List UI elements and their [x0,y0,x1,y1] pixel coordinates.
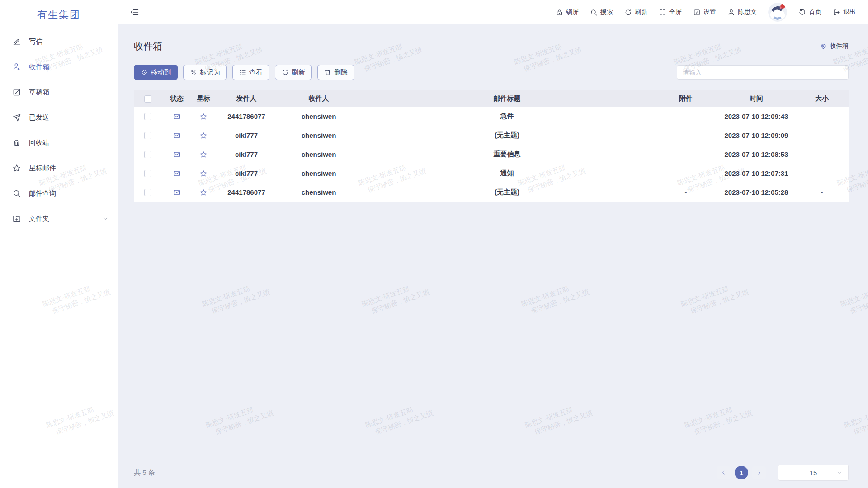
trash-icon [12,138,21,147]
trash-icon [324,69,331,76]
row-attachment: - [654,131,717,139]
star-icon[interactable] [199,113,208,121]
row-star-cell [192,131,215,140]
refresh-list-button[interactable]: 刷新 [275,65,312,80]
table-row[interactable]: 2441786077 chensiwen (无主题) - 2023-07-10 … [134,183,849,202]
location-pin-icon [820,42,827,50]
header-time: 时间 [717,94,795,103]
breadcrumb[interactable]: 收件箱 [820,42,849,50]
row-checkbox[interactable] [144,170,151,177]
table-row[interactable]: cikl777 chensiwen 通知 - 2023-07-10 12:07:… [134,164,849,183]
chevron-down-icon [102,216,108,222]
header-subject: 邮件标题 [360,94,654,103]
sidebar-item-trash[interactable]: 回收站 [0,130,118,155]
lock-screen-button[interactable]: 锁屏 [556,8,579,16]
envelope-icon [173,169,181,178]
row-sender: cikl777 [215,150,278,158]
row-size: - [795,169,849,177]
row-time: 2023-07-10 12:05:28 [717,188,795,196]
row-subject: 急件 [360,112,654,121]
row-star-cell [192,169,215,178]
row-time: 2023-07-10 12:09:09 [717,131,795,139]
star-icon[interactable] [199,188,208,197]
menu-fold-icon[interactable] [130,8,139,17]
refresh-button[interactable]: 刷新 [624,8,647,16]
header-star: 星标 [192,94,215,103]
next-page-button[interactable] [752,466,766,479]
current-page[interactable]: 1 [735,466,748,479]
settings-button[interactable]: 设置 [693,8,716,16]
header-recipient: 收件人 [278,94,360,103]
logout-icon [833,9,840,16]
row-attachment: - [654,113,717,120]
row-checkbox[interactable] [144,151,151,158]
logout-button[interactable]: 退出 [833,8,856,16]
sidebar-item-inbox[interactable]: 收件箱 [0,54,118,80]
chevron-down-icon [836,469,843,476]
page-size-select[interactable]: 15 [778,465,849,481]
view-label: 查看 [249,68,263,77]
table-row[interactable]: 2441786077 chensiwen 急件 - 2023-07-10 12:… [134,107,849,126]
page-title: 收件箱 [134,40,162,52]
home-label: 首页 [809,8,821,16]
chevron-right-icon [756,469,762,476]
sidebar-item-label: 文件夹 [29,215,49,223]
star-icon[interactable] [199,131,208,140]
search-button[interactable]: 搜索 [590,8,613,16]
mark-as-button[interactable]: 标记为 [183,65,227,80]
row-attachment: - [654,188,717,196]
refresh-icon [624,9,632,16]
row-recipient: chensiwen [278,113,360,120]
sidebar-item-sent[interactable]: 已发送 [0,105,118,130]
row-recipient: chensiwen [278,150,360,158]
row-sender: cikl777 [215,169,278,177]
select-all-checkbox[interactable] [144,95,151,103]
lock-screen-label: 锁屏 [566,8,579,16]
row-checkbox[interactable] [144,189,151,196]
row-status-cell [162,131,192,140]
search-icon [590,9,598,16]
sidebar-item-label: 邮件查询 [29,189,56,198]
star-icon[interactable] [199,169,208,178]
star-icon[interactable] [199,150,208,159]
row-size: - [795,188,849,196]
home-button[interactable]: 首页 [798,8,821,16]
header-status: 状态 [162,94,192,103]
sidebar-menu: 写信 收件箱 草稿箱 已发送 回收站 星标邮件 邮件查询 文件夹 [0,29,118,231]
delete-button[interactable]: 删除 [317,65,354,80]
toolbar: 移动到 标记为 查看 刷新 删除 [134,65,849,80]
row-checkbox-cell [134,170,162,177]
row-recipient: chensiwen [278,169,360,177]
total-count: 共 5 条 [134,469,155,477]
sidebar-item-compose[interactable]: 写信 [0,29,118,54]
user-menu[interactable]: 陈思文 [727,8,757,16]
row-subject: 通知 [360,169,654,178]
sidebar-item-label: 星标邮件 [29,164,56,173]
fullscreen-button[interactable]: 全屏 [659,8,682,16]
row-size: - [795,131,849,139]
sidebar-item-drafts[interactable]: 草稿箱 [0,80,118,105]
sidebar-item-starred[interactable]: 星标邮件 [0,155,118,181]
avatar[interactable] [768,3,787,22]
row-checkbox[interactable] [144,113,151,120]
mail-table-header: 状态 星标 发件人 收件人 邮件标题 附件 时间 大小 [134,90,849,107]
move-to-button[interactable]: 移动到 [134,65,178,80]
chevron-left-icon [721,469,727,476]
username: 陈思文 [738,8,757,16]
draft-icon [12,88,21,97]
sidebar-item-folders[interactable]: 文件夹 [0,206,118,231]
view-button[interactable]: 查看 [232,65,269,80]
mail-search-input[interactable] [677,65,849,80]
row-sender: cikl777 [215,131,278,139]
table-row[interactable]: cikl777 chensiwen (无主题) - 2023-07-10 12:… [134,126,849,145]
row-size: - [795,150,849,158]
row-star-cell [192,188,215,197]
sidebar-item-mail-search[interactable]: 邮件查询 [0,181,118,206]
row-checkbox[interactable] [144,132,151,139]
page-size-value: 15 [810,469,817,477]
avatar-image [768,3,787,22]
envelope-icon [173,131,181,140]
table-row[interactable]: cikl777 chensiwen 重要信息 - 2023-07-10 12:0… [134,145,849,164]
list-view-icon [239,69,246,76]
prev-page-button[interactable] [717,466,731,479]
